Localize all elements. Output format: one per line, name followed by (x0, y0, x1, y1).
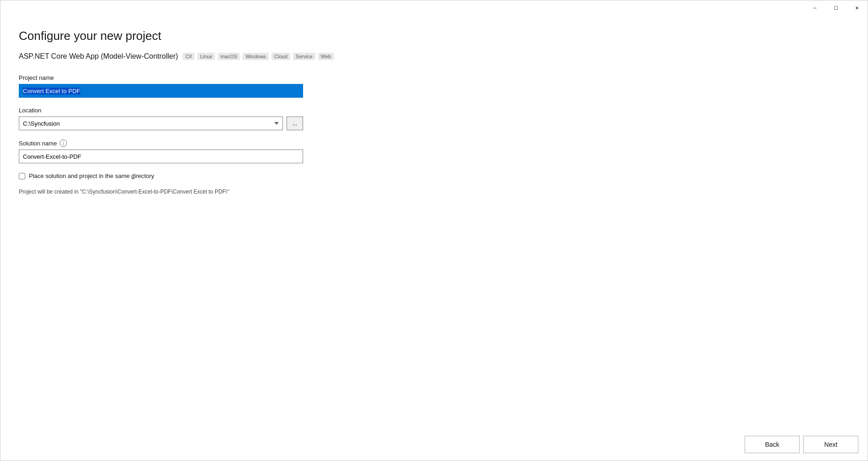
same-directory-checkbox[interactable] (19, 173, 25, 179)
tag-service: Service (293, 53, 315, 60)
location-select[interactable]: C:\Syncfusion (19, 117, 283, 130)
page-title: Configure your new project (19, 29, 849, 43)
project-info: ASP.NET Core Web App (Model-View-Control… (19, 52, 849, 61)
bottom-bar: Back Next (0, 428, 868, 461)
next-button[interactable]: Next (803, 436, 858, 453)
tag-linux: Linux (197, 53, 215, 60)
solution-label-row: Solution name i (19, 139, 303, 147)
main-content: Configure your new project ASP.NET Core … (0, 15, 868, 461)
main-window: ─ ☐ ✕ Configure your new project ASP.NET… (0, 0, 868, 461)
title-bar-buttons: ─ ☐ ✕ (804, 0, 868, 15)
back-button[interactable]: Back (745, 436, 800, 453)
solution-name-input[interactable] (19, 150, 303, 163)
title-bar: ─ ☐ ✕ (0, 0, 868, 15)
solution-name-group: Solution name i (19, 139, 303, 163)
same-directory-row: Place solution and project in the same d… (19, 172, 303, 179)
info-icon: i (60, 139, 67, 147)
project-name-group: Project name (19, 74, 303, 98)
location-label: Location (19, 107, 303, 114)
tag-csharp: C# (182, 53, 194, 60)
tags-container: C# Linux macOS Windows Cloud Service Web (182, 53, 334, 60)
location-row: C:\Syncfusion ... (19, 117, 303, 130)
tag-windows: Windows (243, 53, 269, 60)
location-group: Location C:\Syncfusion ... (19, 107, 303, 130)
tag-web: Web (318, 53, 334, 60)
minimize-button[interactable]: ─ (804, 0, 825, 15)
form-section: Project name Location C:\Syncfusion ... … (19, 74, 303, 195)
same-directory-label[interactable]: Place solution and project in the same d… (29, 172, 154, 179)
project-path-text: Project will be created in "C:\Syncfusio… (19, 189, 303, 195)
tag-cloud: Cloud (271, 53, 290, 60)
close-button[interactable]: ✕ (846, 0, 868, 15)
project-name-label: Project name (19, 74, 303, 81)
solution-name-label: Solution name (19, 140, 57, 147)
tag-macos: macOS (218, 53, 240, 60)
project-type-label: ASP.NET Core Web App (Model-View-Control… (19, 52, 178, 61)
browse-button[interactable]: ... (287, 117, 303, 130)
project-name-input[interactable] (19, 84, 303, 98)
restore-button[interactable]: ☐ (825, 0, 846, 15)
